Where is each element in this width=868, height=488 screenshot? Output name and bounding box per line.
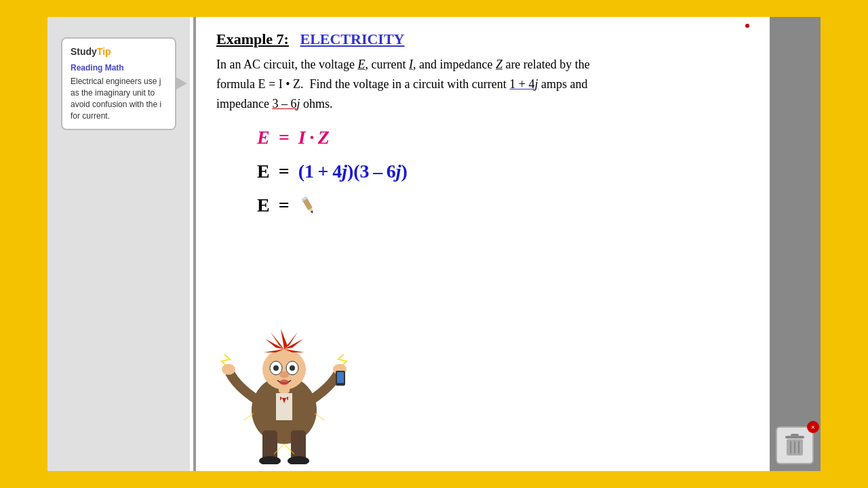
study-word: Study bbox=[71, 46, 97, 57]
svg-line-35 bbox=[315, 413, 325, 420]
impedance-value: 3 – 6j bbox=[272, 97, 300, 110]
example-title: Example 7: ELECTRICITY bbox=[216, 30, 743, 48]
right-sidebar: × bbox=[770, 17, 821, 471]
trash-icon bbox=[783, 432, 807, 458]
var-E: E bbox=[357, 58, 365, 71]
svg-rect-9 bbox=[276, 393, 292, 420]
svg-point-27 bbox=[290, 365, 295, 371]
example-label: Example 7: bbox=[216, 30, 289, 47]
svg-line-34 bbox=[243, 413, 254, 420]
formula-line-2: E = (1 + 4j)(3 – 6j) bbox=[257, 161, 743, 182]
svg-marker-15 bbox=[281, 329, 288, 349]
formula2-equals: = bbox=[274, 161, 294, 182]
formula3-E: E bbox=[257, 195, 270, 216]
formula1-IZ: I · Z bbox=[298, 127, 330, 148]
var-I: I bbox=[409, 58, 413, 71]
svg-point-26 bbox=[273, 365, 279, 371]
study-tip-box: StudyTip Reading Math Electrical enginee… bbox=[61, 37, 176, 130]
left-sidebar: StudyTip Reading Math Electrical enginee… bbox=[47, 17, 190, 471]
formula-line-1: E = I · Z bbox=[257, 127, 743, 148]
formula-inline: E = I • Z bbox=[258, 77, 300, 91]
pencil-cursor-icon bbox=[298, 196, 317, 215]
electricity-label: ELECTRICITY bbox=[300, 30, 404, 47]
main-content: Example 7: ELECTRICITY In an AC circuit,… bbox=[196, 17, 770, 471]
svg-point-7 bbox=[259, 456, 281, 464]
svg-marker-18 bbox=[265, 339, 284, 349]
formula-line-3: E = bbox=[257, 195, 743, 216]
svg-rect-33 bbox=[337, 372, 344, 383]
formula1-E: E bbox=[257, 127, 270, 148]
svg-point-29 bbox=[279, 380, 289, 385]
red-dot-decoration bbox=[745, 24, 749, 28]
formula2-E: E bbox=[257, 161, 270, 182]
formula2-expression: (1 + 4j)(3 – 6j) bbox=[298, 161, 408, 182]
tip-word: Tip bbox=[97, 46, 111, 57]
problem-text: In an AC circuit, the voltage E, current… bbox=[216, 55, 623, 113]
cartoon-svg bbox=[216, 288, 352, 464]
close-button[interactable]: × bbox=[807, 421, 819, 433]
study-tip-text: Electrical engineers use j as the imagin… bbox=[71, 76, 167, 121]
reading-math-label: Reading Math bbox=[71, 62, 167, 74]
svg-point-28 bbox=[279, 371, 289, 378]
svg-point-8 bbox=[288, 456, 309, 464]
trash-widget[interactable]: × bbox=[776, 426, 814, 464]
main-window: StudyTip Reading Math Electrical enginee… bbox=[47, 17, 821, 471]
svg-rect-39 bbox=[791, 434, 799, 436]
current-value: 1 + 4j bbox=[509, 77, 538, 91]
cartoon-figure bbox=[216, 288, 352, 464]
svg-point-30 bbox=[222, 364, 235, 375]
formula3-equals: = bbox=[274, 195, 294, 216]
formula-section: E = I · Z E = (1 + 4j)(3 – 6j) E = bbox=[216, 127, 743, 216]
formula1-equals: = bbox=[274, 127, 294, 148]
svg-marker-19 bbox=[284, 339, 303, 349]
study-tip-title: StudyTip bbox=[71, 45, 167, 59]
var-Z: Z bbox=[496, 58, 502, 71]
